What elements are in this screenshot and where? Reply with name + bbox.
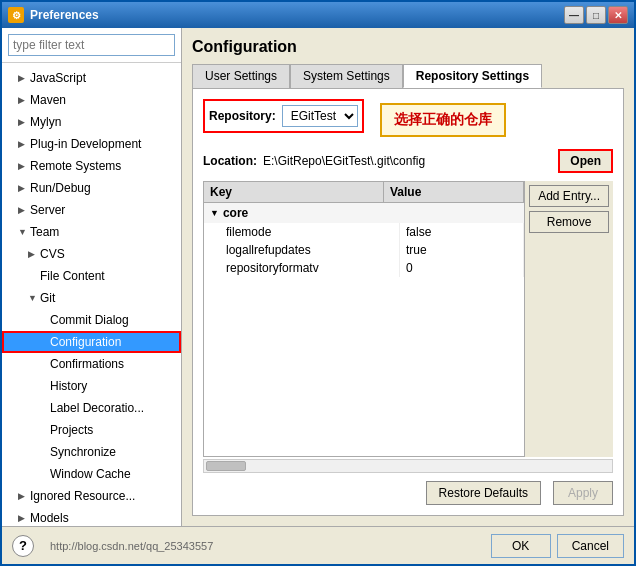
tree-item-label: Models [30, 509, 69, 526]
tree-item[interactable]: ▶Ignored Resource... [2, 485, 181, 507]
restore-defaults-button[interactable]: Restore Defaults [426, 481, 541, 505]
tree-arrow-icon: ▶ [18, 487, 28, 505]
tree-item[interactable]: ▶Plug-in Development [2, 133, 181, 155]
tree-item-label: Run/Debug [30, 179, 91, 197]
tree-arrow-icon: ▶ [18, 201, 28, 219]
tree-item-label: JavaScript [30, 69, 86, 87]
repo-label: Repository: [209, 109, 276, 123]
table-row[interactable]: repositoryformatv 0 [204, 259, 524, 277]
tree-item[interactable]: ▶Maven [2, 89, 181, 111]
tab-repository-settings[interactable]: Repository Settings [403, 64, 542, 88]
bottom-action-bar: ? http://blog.csdn.net/qq_25343557 OK Ca… [2, 526, 634, 564]
tree-arrow-icon: ▶ [18, 69, 28, 87]
key-cell: repositoryformatv [220, 259, 400, 277]
tree-item-label: Projects [50, 421, 93, 439]
tree-item[interactable]: Synchronize [2, 441, 181, 463]
tree-item-label: Git [40, 289, 55, 307]
search-box [2, 28, 181, 63]
title-bar-buttons: — □ ✕ [564, 6, 628, 24]
tree-item-label: Maven [30, 91, 66, 109]
tree-item[interactable]: ▶Remote Systems [2, 155, 181, 177]
key-cell: filemode [220, 223, 400, 241]
tree-arrow-icon: ▼ [28, 289, 38, 307]
tree-item[interactable]: ▼Team [2, 221, 181, 243]
apply-button[interactable]: Apply [553, 481, 613, 505]
tree-item[interactable]: Window Cache [2, 463, 181, 485]
tree-item[interactable]: Configuration [2, 331, 181, 353]
repo-select[interactable]: EGitTest [282, 105, 358, 127]
main-content: ▶JavaScript▶Maven▶Mylyn▶Plug-in Developm… [2, 28, 634, 526]
tree-item-label: Commit Dialog [50, 311, 129, 329]
close-button[interactable]: ✕ [608, 6, 628, 24]
search-input[interactable] [8, 34, 175, 56]
repository-row: Repository: EGitTest [203, 99, 364, 133]
tree-item[interactable]: ▶Run/Debug [2, 177, 181, 199]
title-bar: ⚙ Preferences — □ ✕ [2, 2, 634, 28]
tree-item[interactable]: History [2, 375, 181, 397]
maximize-button[interactable]: □ [586, 6, 606, 24]
callout-box: 选择正确的仓库 [380, 103, 506, 137]
table-content: ▼ core filemode false logall [204, 203, 524, 456]
watermark: http://blog.csdn.net/qq_25343557 [50, 540, 213, 552]
tabs: User SettingsSystem SettingsRepository S… [192, 64, 624, 88]
tree-item[interactable]: Confirmations [2, 353, 181, 375]
tree-item-label: Team [30, 223, 59, 241]
window-title: Preferences [30, 8, 564, 22]
tree-item-label: Remote Systems [30, 157, 121, 175]
tree-item[interactable]: ▶Models [2, 507, 181, 526]
window-icon: ⚙ [8, 7, 24, 23]
scrollbar-thumb [206, 461, 246, 471]
group-arrow-icon: ▼ [210, 208, 219, 218]
tree-arrow-icon: ▶ [18, 113, 28, 131]
tree-item-label: Synchronize [50, 443, 116, 461]
table-row[interactable]: filemode false [204, 223, 524, 241]
tree-item[interactable]: Label Decoratio... [2, 397, 181, 419]
tree-item[interactable]: File Content [2, 265, 181, 287]
table-area: Key Value ▼ core [203, 181, 613, 473]
tree-item-label: Ignored Resource... [30, 487, 135, 505]
value-cell: false [400, 223, 524, 241]
tree-item-label: History [50, 377, 87, 395]
preferences-window: ⚙ Preferences — □ ✕ ▶JavaScript▶Maven▶My… [0, 0, 636, 566]
left-panel: ▶JavaScript▶Maven▶Mylyn▶Plug-in Developm… [2, 28, 182, 526]
tree-arrow-icon: ▶ [18, 157, 28, 175]
tree-item[interactable]: ▶Mylyn [2, 111, 181, 133]
minimize-button[interactable]: — [564, 6, 584, 24]
tab-user-settings[interactable]: User Settings [192, 64, 290, 88]
tree-item[interactable]: ▼Git [2, 287, 181, 309]
horizontal-scrollbar[interactable] [203, 459, 613, 473]
tree-arrow-icon: ▶ [28, 245, 38, 263]
value-cell: 0 [400, 259, 524, 277]
table-row[interactable]: logallrefupdates true [204, 241, 524, 259]
tree-item[interactable]: ▶JavaScript [2, 67, 181, 89]
tree-item-label: Confirmations [50, 355, 124, 373]
tree-item[interactable]: Projects [2, 419, 181, 441]
cancel-button[interactable]: Cancel [557, 534, 624, 558]
table-body: ▼ core filemode false logall [203, 202, 525, 457]
tree-item-label: Window Cache [50, 465, 131, 483]
tree-item-label: Label Decoratio... [50, 399, 144, 417]
add-entry-button[interactable]: Add Entry... [529, 185, 609, 207]
tree-item[interactable]: Commit Dialog [2, 309, 181, 331]
tree-item[interactable]: ▶CVS [2, 243, 181, 265]
tree-area: ▶JavaScript▶Maven▶Mylyn▶Plug-in Developm… [2, 63, 181, 526]
tree-arrow-icon: ▶ [18, 91, 28, 109]
tree-item-label: Configuration [50, 333, 121, 351]
remove-button[interactable]: Remove [529, 211, 609, 233]
tree-arrow-icon: ▶ [18, 179, 28, 197]
tree-item-label: File Content [40, 267, 105, 285]
table-side-buttons: Add Entry... Remove [525, 181, 613, 457]
right-panel: Configuration User SettingsSystem Settin… [182, 28, 634, 526]
open-button[interactable]: Open [558, 149, 613, 173]
tree-item[interactable]: ▶Server [2, 199, 181, 221]
help-button[interactable]: ? [12, 535, 34, 557]
table-header: Key Value [203, 181, 525, 202]
tab-panel: Repository: EGitTest 选择正确的仓库 Location: E… [192, 88, 624, 516]
location-value: E:\GitRepo\EGitTest\.git\config [263, 154, 550, 168]
ok-button[interactable]: OK [491, 534, 551, 558]
tree-item-label: Mylyn [30, 113, 61, 131]
location-label: Location: [203, 154, 257, 168]
panel-title: Configuration [192, 38, 624, 56]
tab-system-settings[interactable]: System Settings [290, 64, 403, 88]
tree-arrow-icon: ▶ [18, 135, 28, 153]
